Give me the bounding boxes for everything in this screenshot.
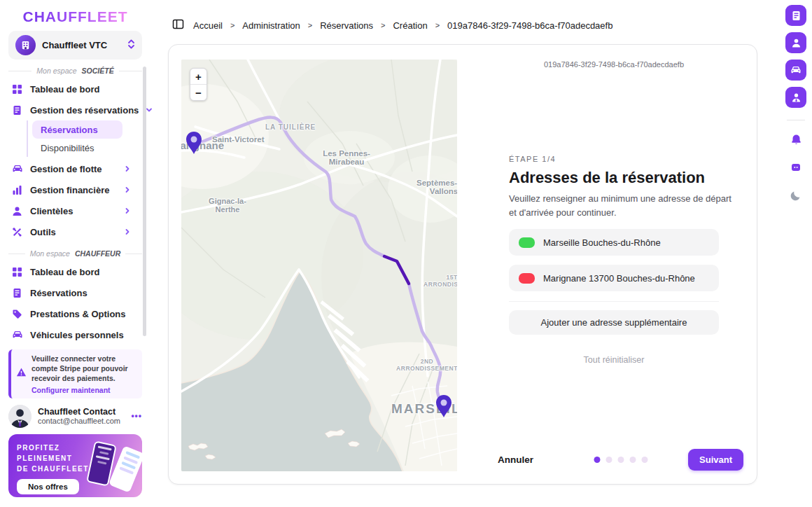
departure-marker[interactable] — [184, 130, 204, 155]
rail-driver-button[interactable] — [785, 87, 806, 108]
user-row[interactable]: Chauffleet Contact contact@chauffleet.co… — [8, 405, 142, 428]
map-label-les-pennes: Les Pennes- Mirabeau — [312, 149, 382, 166]
wizard-panel: 019a7846-3f29-7498-b6ca-f70adecdaefb ÉTA… — [457, 45, 757, 484]
sidebar-subitem-disponibilites[interactable]: Disponibilités — [32, 139, 122, 157]
chevron-right-icon — [124, 186, 131, 193]
dashboard-icon — [11, 266, 23, 278]
sidebar-item-vehicules[interactable]: Véhicules personnels — [8, 324, 142, 345]
tools-icon — [11, 226, 23, 238]
rail-divider — [787, 120, 805, 120]
panel-subtitle: Veuillez renseigner au minimum une adres… — [509, 192, 740, 220]
notifications-bell-icon[interactable] — [788, 132, 804, 147]
right-rail — [780, 0, 812, 507]
dashboard-icon — [11, 83, 23, 95]
arrival-marker[interactable] — [434, 394, 454, 419]
breadcrumb-administration[interactable]: Administration — [242, 20, 300, 31]
main: Accueil > Administration > Réservations … — [150, 0, 780, 507]
user-name: Chauffleet Contact — [38, 407, 125, 417]
breadcrumb-id: 019a7846-3f29-7498-b6ca-f70adecdaefb — [447, 20, 612, 31]
address-row-arrival[interactable]: Marignane 13700 Bouches-du-Rhône — [509, 265, 719, 291]
company-switch-icon — [127, 39, 135, 53]
breadcrumb-separator: > — [435, 21, 440, 29]
car-icon — [11, 163, 23, 175]
warning-icon — [16, 367, 27, 380]
breadcrumb: Accueil > Administration > Réservations … — [150, 0, 780, 32]
step-dot — [641, 457, 648, 463]
reset-all-link[interactable]: Tout réinitialiser — [509, 355, 719, 365]
zoom-in-button[interactable]: + — [190, 69, 206, 84]
map[interactable]: Marignane Saint-Victoret LA TUILIÈRE Les… — [181, 60, 457, 471]
reservations-icon — [11, 287, 23, 299]
sidebar-item-gestion-financiere[interactable]: Gestion financière — [8, 179, 142, 200]
map-label-gignac: Gignac-la- Nerthe — [200, 197, 255, 214]
chevron-right-icon — [124, 228, 131, 235]
sidebar: CHAUFFLEET Chauffleet VTC Mon espace SOC… — [0, 0, 150, 507]
sidebar-item-driver-tableau[interactable]: Tableau de bord — [8, 261, 142, 282]
sidebar-item-gestion-flotte[interactable]: Gestion de flotte — [8, 158, 142, 179]
chevron-right-icon — [124, 207, 131, 214]
breadcrumb-reservations[interactable]: Réservations — [320, 20, 373, 31]
breadcrumb-creation[interactable]: Création — [393, 20, 427, 31]
divider — [509, 301, 719, 302]
breadcrumb-separator: > — [230, 21, 234, 29]
arrival-address: Marignane 13700 Bouches-du-Rhône — [543, 273, 695, 284]
step-dot — [606, 457, 612, 463]
user-email: contact@chauffleet.com — [38, 417, 125, 425]
reservations-subnav: Réservations Disponibilités — [27, 120, 142, 157]
reservation-reference: 019a7846-3f29-7498-b6ca-f70adecdaefb — [509, 45, 719, 69]
breadcrumb-separator: > — [381, 21, 385, 29]
brand-logo: CHAUFFLEET — [23, 8, 128, 25]
reservations-icon — [11, 104, 23, 116]
dark-mode-moon-icon[interactable] — [788, 188, 804, 203]
sidebar-item-clienteles[interactable]: Clientèles — [8, 200, 142, 221]
map-label-septemes: Septèmes-les- Vallons — [405, 179, 457, 195]
chat-icon[interactable] — [788, 160, 804, 175]
arrival-color-icon — [519, 273, 535, 284]
sidebar-subitem-reservations[interactable]: Réservations — [32, 120, 122, 139]
panel-title: Adresses de la réservation — [509, 169, 719, 187]
rail-vehicle-button[interactable] — [785, 60, 806, 81]
stripe-notice: Veuillez connecter votre compte Stripe p… — [8, 349, 142, 398]
breadcrumb-accueil[interactable]: Accueil — [193, 20, 223, 31]
map-label-la-tuiliere: LA TUILIÈRE — [265, 123, 316, 131]
chevron-right-icon — [124, 165, 131, 172]
company-building-icon — [15, 35, 36, 55]
chart-icon — [11, 184, 23, 196]
logo-wrap: CHAUFFLEET — [8, 0, 142, 31]
rail-reservations-button[interactable] — [785, 5, 806, 26]
add-address-button[interactable]: Ajouter une adresse supplémentaire — [509, 310, 719, 335]
step-dot — [629, 457, 636, 463]
breadcrumb-separator: > — [308, 21, 312, 29]
section-chauffeur: Mon espace CHAUFFEUR — [8, 249, 142, 258]
sidebar-item-gestion-reservations[interactable]: Gestion des réservations — [8, 99, 142, 120]
configure-stripe-link[interactable]: Configurer maintenant — [31, 386, 136, 394]
user-menu-icon[interactable]: ••• — [131, 411, 142, 421]
sidebar-item-outils[interactable]: Outils — [8, 221, 142, 242]
user-avatar — [8, 405, 31, 428]
sidebar-item-tableau-de-bord[interactable]: Tableau de bord — [8, 78, 142, 99]
company-name: Chauffleet VTC — [42, 40, 121, 50]
promo-banner[interactable]: PROFITEZ PLEINEMENT DE CHAUFFLEET Nos of… — [8, 434, 142, 497]
step-dot — [617, 457, 624, 463]
person-icon — [11, 205, 23, 217]
section-societe: Mon espace SOCIÉTÉ — [8, 67, 142, 75]
zoom-out-button[interactable]: − — [190, 85, 206, 100]
sidebar-scrollbar[interactable] — [143, 67, 146, 336]
sidebar-item-prestations[interactable]: Prestations & Options — [8, 303, 142, 324]
car-icon — [11, 329, 23, 341]
map-label-2nd: 2ND ARRONDISSEMENT — [388, 358, 457, 372]
offers-button[interactable]: Nos offres — [17, 479, 79, 494]
rail-client-button[interactable] — [785, 32, 806, 53]
sidebar-item-driver-reservations[interactable]: Réservations — [8, 282, 142, 303]
next-button[interactable]: Suivant — [688, 449, 743, 471]
map-label-15th: 15TH ARRONDISSEMENT — [412, 274, 457, 288]
step-dots — [594, 457, 648, 463]
tag-icon — [11, 308, 23, 320]
map-zoom-control: + − — [190, 68, 207, 101]
notice-text: Veuillez connecter votre compte Stripe p… — [31, 354, 136, 384]
step-dot — [594, 457, 600, 463]
company-selector[interactable]: Chauffleet VTC — [8, 31, 142, 60]
cancel-button[interactable]: Annuler — [498, 454, 533, 465]
sidebar-toggle-icon[interactable] — [172, 18, 184, 32]
address-row-departure[interactable]: Marseille Bouches-du-Rhône — [509, 229, 719, 256]
